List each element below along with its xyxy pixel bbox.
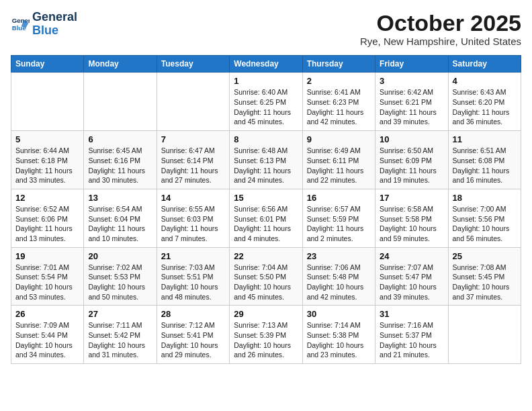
calendar-day-cell: 16Sunrise: 6:57 AM Sunset: 5:59 PM Dayli… (302, 189, 375, 247)
location-subtitle: Rye, New Hampshire, United States (360, 36, 521, 47)
calendar-day-cell: 24Sunrise: 7:07 AM Sunset: 5:47 PM Dayli… (375, 247, 448, 306)
day-number: 1 (234, 76, 298, 86)
logo-icon: General Blue (11, 15, 30, 34)
calendar-day-cell: 4Sunrise: 6:43 AM Sunset: 6:20 PM Daylig… (448, 73, 521, 131)
day-info: Sunrise: 7:06 AM Sunset: 5:48 PM Dayligh… (307, 263, 371, 302)
calendar-day-cell: 31Sunrise: 7:16 AM Sunset: 5:37 PM Dayli… (375, 306, 448, 364)
calendar-day-cell: 22Sunrise: 7:04 AM Sunset: 5:50 PM Dayli… (230, 247, 302, 306)
weekday-header-tuesday: Tuesday (157, 56, 229, 73)
day-number: 6 (88, 134, 152, 144)
day-number: 5 (15, 134, 79, 144)
day-info: Sunrise: 6:45 AM Sunset: 6:16 PM Dayligh… (88, 146, 152, 185)
day-number: 16 (307, 193, 371, 203)
day-number: 7 (161, 134, 225, 144)
day-info: Sunrise: 6:52 AM Sunset: 6:06 PM Dayligh… (15, 204, 79, 244)
weekday-header-row: SundayMondayTuesdayWednesdayThursdayFrid… (11, 56, 521, 73)
day-info: Sunrise: 7:01 AM Sunset: 5:54 PM Dayligh… (15, 263, 79, 302)
title-block: October 2025 Rye, New Hampshire, United … (360, 11, 521, 47)
calendar-day-cell: 12Sunrise: 6:52 AM Sunset: 6:06 PM Dayli… (11, 189, 84, 247)
day-number: 15 (234, 193, 298, 203)
calendar-body: 1Sunrise: 6:40 AM Sunset: 6:25 PM Daylig… (11, 73, 521, 364)
day-info: Sunrise: 6:49 AM Sunset: 6:11 PM Dayligh… (307, 146, 371, 185)
calendar-day-cell: 21Sunrise: 7:03 AM Sunset: 5:51 PM Dayli… (157, 247, 229, 306)
calendar-day-cell: 27Sunrise: 7:11 AM Sunset: 5:42 PM Dayli… (84, 306, 157, 364)
weekday-header-wednesday: Wednesday (230, 56, 302, 73)
day-info: Sunrise: 6:50 AM Sunset: 6:09 PM Dayligh… (380, 146, 443, 185)
day-info: Sunrise: 7:12 AM Sunset: 5:41 PM Dayligh… (161, 320, 225, 360)
day-info: Sunrise: 6:41 AM Sunset: 6:23 PM Dayligh… (307, 87, 371, 127)
day-number: 28 (161, 309, 225, 319)
calendar-day-cell (157, 73, 229, 131)
calendar-day-cell: 7Sunrise: 6:47 AM Sunset: 6:14 PM Daylig… (157, 131, 229, 189)
calendar-day-cell: 29Sunrise: 7:13 AM Sunset: 5:39 PM Dayli… (230, 306, 302, 364)
day-info: Sunrise: 6:47 AM Sunset: 6:14 PM Dayligh… (161, 146, 225, 185)
day-number: 18 (453, 193, 517, 203)
day-info: Sunrise: 7:00 AM Sunset: 5:56 PM Dayligh… (453, 204, 517, 244)
day-info: Sunrise: 7:13 AM Sunset: 5:39 PM Dayligh… (234, 320, 298, 360)
day-number: 11 (453, 134, 517, 144)
day-info: Sunrise: 7:16 AM Sunset: 5:37 PM Dayligh… (380, 320, 443, 360)
weekday-header-friday: Friday (375, 56, 448, 73)
day-info: Sunrise: 6:55 AM Sunset: 6:03 PM Dayligh… (161, 204, 225, 244)
day-number: 13 (88, 193, 152, 203)
calendar-day-cell: 5Sunrise: 6:44 AM Sunset: 6:18 PM Daylig… (11, 131, 84, 189)
month-title: October 2025 (360, 11, 521, 36)
calendar-day-cell (11, 73, 84, 131)
day-number: 31 (380, 309, 443, 319)
day-info: Sunrise: 7:04 AM Sunset: 5:50 PM Dayligh… (234, 263, 298, 302)
day-number: 3 (380, 76, 443, 86)
day-info: Sunrise: 6:56 AM Sunset: 6:01 PM Dayligh… (234, 204, 298, 244)
calendar-day-cell: 13Sunrise: 6:54 AM Sunset: 6:04 PM Dayli… (84, 189, 157, 247)
logo-general: General (32, 11, 77, 24)
calendar-day-cell: 8Sunrise: 6:48 AM Sunset: 6:13 PM Daylig… (230, 131, 302, 189)
day-number: 26 (15, 309, 79, 319)
day-info: Sunrise: 7:09 AM Sunset: 5:44 PM Dayligh… (15, 320, 79, 360)
day-info: Sunrise: 6:42 AM Sunset: 6:21 PM Dayligh… (380, 87, 443, 127)
day-number: 17 (380, 193, 443, 203)
day-info: Sunrise: 7:07 AM Sunset: 5:47 PM Dayligh… (380, 263, 443, 302)
calendar-day-cell: 30Sunrise: 7:14 AM Sunset: 5:38 PM Dayli… (302, 306, 375, 364)
calendar-day-cell: 11Sunrise: 6:51 AM Sunset: 6:08 PM Dayli… (448, 131, 521, 189)
weekday-header-thursday: Thursday (302, 56, 375, 73)
weekday-header-saturday: Saturday (448, 56, 521, 73)
day-number: 4 (453, 76, 517, 86)
calendar-day-cell: 3Sunrise: 6:42 AM Sunset: 6:21 PM Daylig… (375, 73, 448, 131)
day-number: 30 (307, 309, 371, 319)
weekday-header-monday: Monday (84, 56, 157, 73)
calendar-week-row: 5Sunrise: 6:44 AM Sunset: 6:18 PM Daylig… (11, 131, 521, 189)
day-number: 19 (15, 251, 79, 261)
logo: General Blue General Blue (11, 11, 77, 38)
calendar-day-cell: 9Sunrise: 6:49 AM Sunset: 6:11 PM Daylig… (302, 131, 375, 189)
calendar-day-cell: 18Sunrise: 7:00 AM Sunset: 5:56 PM Dayli… (448, 189, 521, 247)
day-number: 2 (307, 76, 371, 86)
day-number: 14 (161, 193, 225, 203)
calendar-day-cell (84, 73, 157, 131)
calendar-table: SundayMondayTuesdayWednesdayThursdayFrid… (11, 55, 521, 364)
logo-blue: Blue (32, 24, 77, 38)
day-info: Sunrise: 6:58 AM Sunset: 5:58 PM Dayligh… (380, 204, 443, 244)
day-number: 21 (161, 251, 225, 261)
calendar-day-cell: 14Sunrise: 6:55 AM Sunset: 6:03 PM Dayli… (157, 189, 229, 247)
calendar-week-row: 12Sunrise: 6:52 AM Sunset: 6:06 PM Dayli… (11, 189, 521, 247)
calendar-day-cell: 19Sunrise: 7:01 AM Sunset: 5:54 PM Dayli… (11, 247, 84, 306)
weekday-header-sunday: Sunday (11, 56, 84, 73)
calendar-day-cell: 28Sunrise: 7:12 AM Sunset: 5:41 PM Dayli… (157, 306, 229, 364)
calendar-day-cell: 17Sunrise: 6:58 AM Sunset: 5:58 PM Dayli… (375, 189, 448, 247)
day-number: 20 (88, 251, 152, 261)
calendar-day-cell: 6Sunrise: 6:45 AM Sunset: 6:16 PM Daylig… (84, 131, 157, 189)
day-info: Sunrise: 7:11 AM Sunset: 5:42 PM Dayligh… (88, 320, 152, 360)
calendar-day-cell: 15Sunrise: 6:56 AM Sunset: 6:01 PM Dayli… (230, 189, 302, 247)
day-number: 12 (15, 193, 79, 203)
day-number: 22 (234, 251, 298, 261)
day-number: 9 (307, 134, 371, 144)
day-number: 25 (453, 251, 517, 261)
day-info: Sunrise: 6:51 AM Sunset: 6:08 PM Dayligh… (453, 146, 517, 185)
calendar-week-row: 1Sunrise: 6:40 AM Sunset: 6:25 PM Daylig… (11, 73, 521, 131)
day-info: Sunrise: 7:03 AM Sunset: 5:51 PM Dayligh… (161, 263, 225, 302)
day-info: Sunrise: 6:48 AM Sunset: 6:13 PM Dayligh… (234, 146, 298, 185)
calendar-day-cell (448, 306, 521, 364)
day-info: Sunrise: 7:08 AM Sunset: 5:45 PM Dayligh… (453, 263, 517, 302)
day-info: Sunrise: 6:44 AM Sunset: 6:18 PM Dayligh… (15, 146, 79, 185)
day-number: 10 (380, 134, 443, 144)
day-number: 29 (234, 309, 298, 319)
